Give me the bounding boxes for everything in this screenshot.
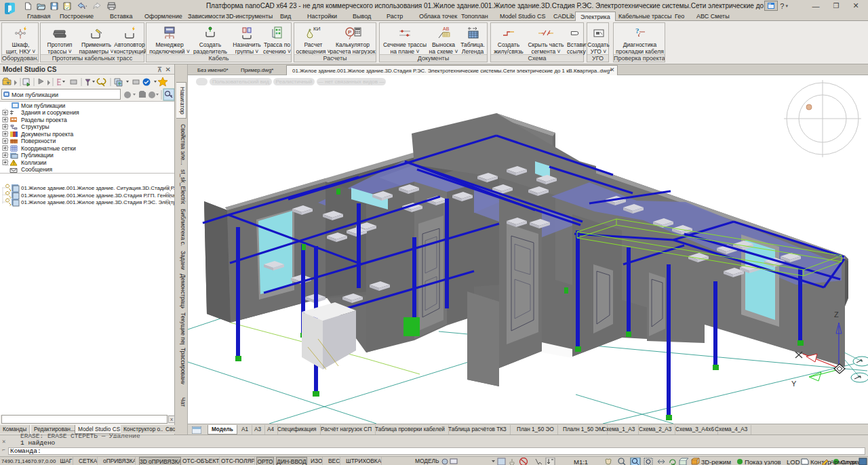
svg-text:Y: Y xyxy=(791,380,797,388)
svg-text:Арматура: Арматура xyxy=(830,458,860,465)
svg-text:3D-режим: 3D-режим xyxy=(701,458,731,465)
svg-text:?: ? xyxy=(635,26,639,35)
svg-text:АВ: АВ xyxy=(443,26,450,31)
svg-text:Здания и сооружения: Здания и сооружения xyxy=(21,109,79,116)
svg-text:Документы проекта: Документы проекта xyxy=(21,131,74,138)
svg-text:Показ узлов: Показ узлов xyxy=(745,458,781,465)
svg-text:Сообщения: Сообщения xyxy=(21,166,53,173)
svg-text:Структуры: Структуры xyxy=(21,123,50,130)
svg-text:P: P xyxy=(348,29,352,35)
svg-text:01.Жилое здание.001.Жилое здан: 01.Жилое здание.001.Жилое здание.3D.Стад… xyxy=(21,193,174,199)
svg-text:Координатные сетки: Координатные сетки xyxy=(21,145,76,152)
svg-text:01.Жилое здание.001.Жилое здан: 01.Жилое здание.001.Жилое здание. Ситуац… xyxy=(21,185,174,191)
svg-text:М1:1: М1:1 xyxy=(574,458,588,465)
svg-text:01.Жилое здание.001.Жилое здан: 01.Жилое здание.001.Жилое здание.3D.Стад… xyxy=(21,199,174,205)
svg-text:Публикации: Публикации xyxy=(21,152,54,159)
svg-text:Поверхности: Поверхности xyxy=(21,138,56,144)
svg-text:LOD: LOD xyxy=(787,458,800,465)
svg-text:Z: Z xyxy=(834,310,839,319)
svg-text:Коллизии: Коллизии xyxy=(21,159,47,166)
svg-text:КИ: КИ xyxy=(313,26,321,32)
svg-text:!: ! xyxy=(13,161,14,165)
svg-text:Разделы проекта: Разделы проекта xyxy=(21,117,67,123)
svg-text:Мои публикации: Мои публикации xyxy=(21,102,65,109)
